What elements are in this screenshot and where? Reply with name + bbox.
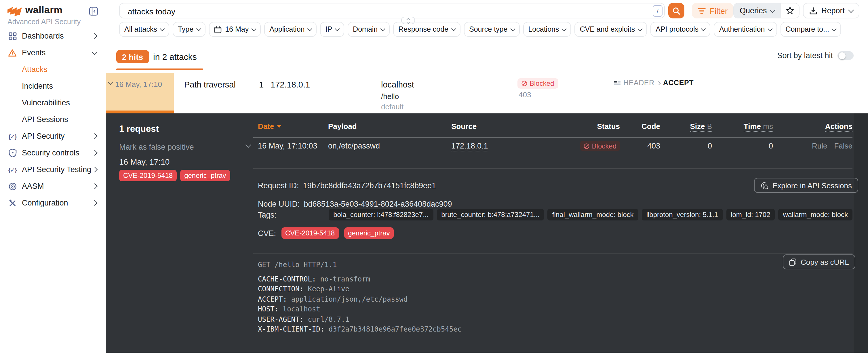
sidebar-item-api-sessions[interactable]: API Sessions [0,111,105,128]
sidebar-item-label: API Sessions [22,115,97,124]
sidebar-item-api-security-testing[interactable]: {✓} API Security Testing [0,161,105,178]
chevron-down-icon [701,27,706,31]
hits-summary: in 2 attacks [153,52,197,62]
node-tag[interactable]: lom_id: 1702 [726,209,775,221]
column-header-size[interactable]: Size B [660,122,712,131]
filter-chip-application[interactable]: Application [264,22,317,37]
calendar-icon [214,26,222,33]
sidebar-item-api-security[interactable]: {✓} API Security [0,128,105,144]
filter-chip-domain[interactable]: Domain [348,22,390,37]
http-header-name: CONNECTION: [258,285,304,293]
filter-chip-all-attacks[interactable]: All attacks [119,22,169,37]
collapse-sidebar-button[interactable] [89,7,98,15]
keyboard-shortcut-badge: / [653,5,662,17]
braces-check-icon: {✓} [8,166,17,173]
request-source-ip[interactable]: 172.18.0.1 [451,141,488,151]
chevron-down-icon [196,27,201,31]
false-action[interactable]: False [834,141,852,150]
rule-action[interactable]: Rule [812,141,828,150]
filter-chip-api-protocols[interactable]: API protocols [650,22,711,37]
mark-false-positive-link[interactable]: Mark as false positive [119,143,194,151]
favorite-queries-button[interactable] [781,3,799,18]
chevron-right-icon [92,200,98,206]
node-tag[interactable]: bola_counter: i:478:f82823e7... [329,209,433,221]
point-param: ACCEPT [663,79,693,87]
chevron-down-icon [246,142,251,148]
panel-scrollbar[interactable] [854,114,868,353]
request-details-panel: 1 request Mark as false positive 16 May,… [106,114,868,353]
copy-as-curl-button[interactable]: Copy as cURL [783,254,855,269]
cve-tag[interactable]: CVE-2019-5418 [281,227,339,239]
filter-button[interactable]: Filter [692,3,733,19]
sidebar-item-vulnerabilities[interactable]: Vulnerabilities [0,94,105,111]
node-tag[interactable]: libproton_version: 5.1.1 [642,209,723,221]
filter-chips-row: All attacks Type 16 May Application IP D… [119,22,841,37]
http-header-name: ACCEPT: [258,295,287,303]
column-header-payload[interactable]: Payload [328,122,451,131]
request-id-row: Request ID:19b7bc8ddfa43a72b7b74151fc8b9… [258,181,436,190]
attack-response-code: 403 [519,90,531,99]
column-header-source[interactable]: Source [451,122,584,131]
breadcrumb-separator-icon [657,81,661,85]
http-header-line: CONNECTION: Keep-Alive [258,284,462,294]
column-header-label: Date [258,122,274,131]
node-tag[interactable]: final_wallarm_mode: block [548,209,638,221]
sort-row: Sort by latest hit [777,51,854,60]
request-status-label: Blocked [592,142,617,150]
attack-row[interactable]: 16 May, 17:10 Path traversal 1 172.18.0.… [106,73,868,114]
node-tag[interactable]: wallarm_mode: block [778,209,852,221]
attack-time-cell[interactable]: 16 May, 17:10 [106,73,174,110]
sidebar-item-security-controls[interactable]: Security controls [0,144,105,161]
http-header-name: HOST: [258,305,279,313]
request-tags: CVE-2019-5418 generic_ptrav [119,170,230,181]
column-header-date[interactable]: Date [253,122,328,131]
node-tag[interactable]: brute_counter: b:478:a732471... [437,209,544,221]
column-header-code[interactable]: Code [620,122,660,131]
http-header-line: HOST: localhost [258,304,462,315]
request-payload: on,/etc/passwd [328,141,451,150]
sidebar-item-events[interactable]: Events [0,44,105,61]
download-icon [809,7,817,15]
attack-path: /hello [381,92,399,101]
table-row-divider [253,168,852,169]
queries-button[interactable]: Queries [734,3,781,18]
sidebar-item-attacks[interactable]: Attacks [0,61,105,78]
sidebar-item-dashboards[interactable]: Dashboards [0,28,105,44]
report-button[interactable]: Report [803,3,859,19]
sidebar-item-label: Configuration [22,199,93,207]
column-header-actions[interactable]: Actions [773,122,852,131]
request-table-row[interactable]: 16 May, 17:10:03 on,/etc/passwd 172.18.0… [253,141,852,151]
search-input[interactable] [127,3,624,19]
request-actions: Rule False [773,141,852,150]
column-header-status[interactable]: Status [584,122,620,131]
brand-name: wallarm [25,5,62,16]
cve-tag[interactable]: generic_ptrav [180,170,230,181]
cve-tag[interactable]: CVE-2019-5418 [119,170,177,181]
fingerprint-search-icon [761,181,768,189]
report-button-label: Report [822,6,845,15]
search-icon [672,7,680,15]
tools-icon [8,199,17,207]
search-button[interactable] [668,3,684,19]
chip-label: API protocols [656,25,699,33]
chevron-down-icon [510,27,515,31]
column-header-time[interactable]: Time ms [712,122,773,131]
chevron-down-icon [638,27,643,31]
filter-chip-cve-exploits[interactable]: CVE and exploits [575,22,647,37]
cve-tag[interactable]: generic_ptrav [344,227,394,239]
sort-toggle[interactable] [837,51,854,60]
filter-chip-response-code[interactable]: Response code [393,22,461,37]
filter-chip-source-type[interactable]: Source type [464,22,520,37]
chevron-down-icon [107,79,113,85]
filter-chip-locations[interactable]: Locations [523,22,571,37]
filter-chip-ip[interactable]: IP [320,22,344,37]
http-header-line: CACHE-CONTROL: no-transform [258,274,462,284]
sidebar-item-incidents[interactable]: Incidents [0,78,105,94]
filter-chip-compare-to[interactable]: Compare to... [780,22,841,37]
filter-chip-authentication[interactable]: Authentication [714,22,777,37]
filter-chip-date[interactable]: 16 May [209,22,261,37]
sidebar-item-aasm[interactable]: AASM [0,178,105,195]
sidebar-item-configuration[interactable]: Configuration [0,195,105,211]
filter-chip-type[interactable]: Type [173,22,206,37]
explore-api-sessions-button[interactable]: Explore in API Sessions [754,178,858,193]
